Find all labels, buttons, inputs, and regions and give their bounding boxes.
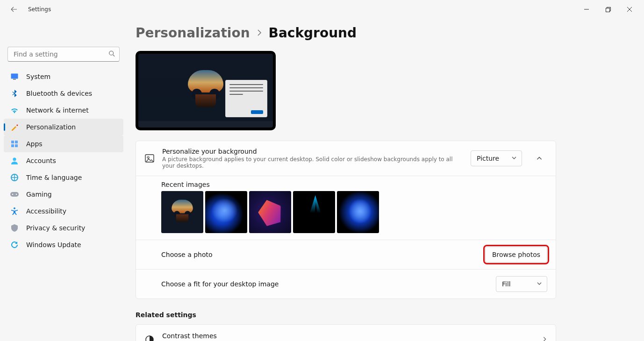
recent-image-thumb[interactable]	[161, 191, 203, 233]
personalize-title: Personalize your background	[162, 148, 463, 155]
sidebar-item-bluetooth[interactable]: Bluetooth & devices	[4, 85, 123, 102]
person-icon	[10, 156, 19, 165]
minimize-icon	[584, 7, 589, 12]
sidebar-item-accounts[interactable]: Accounts	[4, 152, 123, 169]
browse-photos-button[interactable]: Browse photos	[485, 247, 547, 263]
chevron-right-icon	[257, 28, 262, 39]
personalize-background-row: Personalize your background A picture ba…	[136, 141, 556, 176]
background-type-select[interactable]: Picture	[471, 150, 522, 166]
sidebar-item-time-language[interactable]: Time & language	[4, 169, 123, 186]
sidebar-item-accessibility[interactable]: Accessibility	[4, 203, 123, 220]
sidebar-item-label: Time & language	[26, 174, 82, 181]
chevron-down-icon	[537, 280, 542, 288]
contrast-icon	[144, 334, 155, 341]
choose-photo-row: Choose a photo Browse photos	[136, 240, 556, 270]
search-container	[7, 47, 120, 62]
fit-select[interactable]: Fill	[496, 276, 547, 292]
recent-image-thumb[interactable]	[249, 191, 291, 233]
display-icon	[10, 72, 19, 81]
sidebar-item-gaming[interactable]: Gaming	[4, 186, 123, 203]
related-panel: Contrast themes Color themes for low vis…	[136, 324, 556, 341]
contrast-title: Contrast themes	[162, 332, 530, 340]
personalize-subtitle: A picture background applies to your cur…	[162, 156, 463, 169]
recent-image-thumb[interactable]	[205, 191, 247, 233]
svg-rect-4	[11, 141, 14, 143]
close-icon	[627, 7, 632, 12]
window-controls	[576, 2, 640, 17]
contrast-themes-row[interactable]: Contrast themes Color themes for low vis…	[136, 325, 556, 341]
mock-window-icon	[225, 80, 267, 117]
back-button[interactable]	[4, 2, 24, 17]
titlebar: Settings	[0, 0, 644, 19]
shield-icon	[10, 224, 19, 232]
sidebar-item-privacy[interactable]: Privacy & security	[4, 220, 123, 236]
sidebar-item-personalization[interactable]: Personalization	[4, 119, 123, 135]
wifi-icon	[10, 106, 19, 114]
search-icon	[108, 50, 115, 58]
apps-icon	[10, 140, 19, 148]
picture-icon	[144, 153, 155, 163]
recent-image-thumb[interactable]	[337, 191, 379, 233]
maximize-button[interactable]	[597, 2, 619, 17]
svg-rect-10	[10, 192, 19, 197]
desktop-preview	[136, 51, 276, 130]
svg-point-13	[14, 207, 15, 209]
sidebar-item-windows-update[interactable]: Windows Update	[4, 236, 123, 253]
search-input[interactable]	[7, 47, 120, 62]
sidebar-item-network[interactable]: Network & internet	[4, 102, 123, 119]
choose-photo-label: Choose a photo	[161, 251, 478, 258]
breadcrumb-parent[interactable]: Personalization	[136, 25, 250, 41]
background-panel: Personalize your background A picture ba…	[136, 141, 556, 299]
chevron-right-icon	[542, 336, 547, 341]
sidebar-item-label: Apps	[26, 140, 43, 148]
breadcrumb: Personalization Background	[136, 25, 625, 41]
globe-clock-icon	[10, 173, 19, 182]
svg-rect-0	[606, 8, 609, 12]
sidebar-item-label: Network & internet	[26, 107, 89, 114]
chevron-up-icon	[536, 155, 543, 162]
svg-point-8	[13, 158, 16, 161]
svg-rect-3	[13, 79, 16, 80]
update-icon	[10, 241, 19, 249]
arrow-left-icon	[10, 6, 18, 13]
sidebar-item-label: Accessibility	[26, 207, 66, 215]
recent-images-section: Recent images	[136, 176, 556, 240]
close-button[interactable]	[619, 2, 640, 17]
minimize-button[interactable]	[576, 2, 597, 17]
collapse-toggle[interactable]	[531, 150, 547, 166]
related-settings-heading: Related settings	[136, 311, 625, 319]
wallpaper-art	[185, 68, 226, 113]
svg-point-12	[16, 194, 17, 195]
gamepad-icon	[10, 190, 19, 199]
choose-fit-row: Choose a fit for your desktop image Fill	[136, 270, 556, 298]
sidebar-item-label: Bluetooth & devices	[26, 90, 92, 97]
sidebar: System Bluetooth & devices Network & int…	[0, 19, 127, 341]
sidebar-item-apps[interactable]: Apps	[4, 135, 123, 152]
sidebar-item-label: Privacy & security	[26, 224, 85, 232]
chevron-down-icon	[511, 155, 517, 162]
select-value: Picture	[477, 155, 499, 162]
sidebar-item-system[interactable]: System	[4, 68, 123, 85]
accessibility-icon	[10, 207, 19, 215]
content-area: Personalization Background	[127, 19, 644, 341]
svg-rect-7	[15, 144, 18, 147]
svg-point-15	[147, 156, 149, 158]
maximize-icon	[606, 7, 611, 12]
page-title: Background	[269, 25, 357, 41]
window-title: Settings	[28, 6, 51, 13]
bluetooth-icon	[10, 89, 19, 98]
sidebar-item-label: Windows Update	[26, 241, 81, 249]
recent-image-thumb[interactable]	[293, 191, 335, 233]
select-value: Fill	[502, 280, 511, 288]
sidebar-item-label: Accounts	[26, 157, 56, 164]
sidebar-item-label: Gaming	[26, 191, 52, 198]
svg-rect-2	[11, 74, 18, 79]
svg-point-11	[12, 194, 14, 195]
svg-rect-6	[11, 144, 14, 147]
choose-fit-label: Choose a fit for your desktop image	[161, 280, 488, 288]
sidebar-item-label: System	[26, 73, 50, 80]
sidebar-item-label: Personalization	[26, 123, 76, 131]
recent-images-label: Recent images	[161, 181, 547, 188]
svg-point-1	[109, 51, 114, 55]
paint-icon	[10, 123, 19, 131]
